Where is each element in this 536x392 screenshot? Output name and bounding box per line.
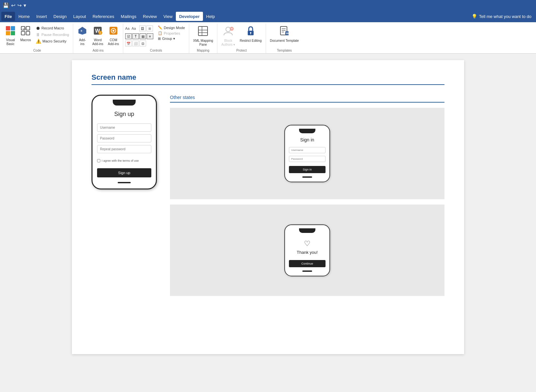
menu-references[interactable]: References bbox=[89, 12, 117, 21]
thankyou-heart-icon: ♡ bbox=[289, 239, 326, 248]
menu-developer[interactable]: Developer bbox=[176, 12, 203, 21]
svg-text:W: W bbox=[286, 32, 289, 35]
xml-mapping-pane-button[interactable]: XML MappingPane bbox=[191, 24, 215, 48]
signup-terms-label: I agree with the terms of use bbox=[102, 159, 139, 162]
continue-button[interactable]: Continue bbox=[289, 260, 326, 267]
add-ins-icon: + bbox=[77, 25, 88, 38]
menu-home[interactable]: Home bbox=[15, 12, 33, 21]
ribbon-group-controls-items: Aa Aa 🖼 ⊞ ☑ T ▤ ≡ 📅 ⬜ ⊡ bbox=[125, 24, 187, 48]
protect-group-label: Protect bbox=[219, 48, 264, 53]
xml-mapping-pane-label: XML MappingPane bbox=[193, 39, 213, 47]
ribbon: VisualBasic VB Macros bbox=[0, 22, 536, 54]
thankyou-phone-bottom-bar bbox=[302, 270, 312, 272]
properties-icon: 📋 bbox=[158, 31, 162, 35]
pause-recording-button[interactable]: ⏸ Pause Recording bbox=[34, 31, 71, 38]
thankyou-phone-mockup: ♡ Thank you! Continue bbox=[284, 224, 330, 276]
thankyou-title: Thank you! bbox=[289, 250, 326, 255]
date-control-btn[interactable]: 📅 bbox=[125, 41, 132, 46]
menu-help[interactable]: Help bbox=[203, 12, 218, 21]
com-add-ins-button[interactable]: COMAdd-ins bbox=[106, 24, 121, 47]
thankyou-phone-content: ♡ Thank you! Continue bbox=[288, 239, 327, 267]
block-control-btn[interactable]: ⬜ bbox=[132, 41, 139, 46]
list-control-btn[interactable]: ≡ bbox=[147, 33, 153, 39]
block-authors-button[interactable]: BlockAuthors ▾ bbox=[219, 24, 237, 48]
macro-security-button[interactable]: ⚠️ Macro Security bbox=[34, 38, 71, 44]
svg-rect-5 bbox=[26, 26, 30, 30]
restrict-editing-button[interactable]: Restrict Editing bbox=[238, 24, 263, 44]
document-template-label: Document Template bbox=[270, 39, 299, 43]
svg-text:VB: VB bbox=[23, 27, 26, 30]
menu-mailings[interactable]: Mailings bbox=[118, 12, 140, 21]
ribbon-group-addins: + Add-ins W + WordAdd-ins bbox=[73, 24, 123, 53]
macro-security-icon: ⚠️ bbox=[36, 39, 41, 44]
visual-basic-button[interactable]: VisualBasic bbox=[3, 24, 18, 47]
signin-phone-content: Sign in Sign in bbox=[288, 137, 327, 173]
block-authors-label: BlockAuthors ▾ bbox=[221, 39, 235, 47]
block-authors-icon bbox=[223, 25, 234, 38]
thankyou-phone-notch bbox=[299, 228, 315, 233]
image-control-btn[interactable]: 🖼 bbox=[139, 25, 146, 31]
menu-layout[interactable]: Layout bbox=[70, 12, 89, 21]
signin-phone-notch bbox=[299, 129, 315, 133]
document-template-button[interactable]: W Document Template bbox=[268, 24, 301, 44]
design-mode-label: Design Mode bbox=[164, 26, 185, 30]
add-ins-button[interactable]: + Add-ins bbox=[75, 24, 90, 47]
text-control-btn[interactable]: T bbox=[132, 33, 139, 39]
signin-username-input[interactable] bbox=[289, 147, 326, 153]
quick-access-dropdown[interactable]: ▾ bbox=[24, 2, 26, 8]
checkbox-control-btn[interactable]: ☑ bbox=[125, 33, 132, 39]
svg-rect-0 bbox=[6, 26, 10, 30]
redo-icon[interactable]: ↪ bbox=[17, 2, 22, 8]
signin-phone-title: Sign in bbox=[289, 137, 326, 142]
svg-rect-6 bbox=[21, 31, 25, 35]
title-bar-icons: 💾 ↩ ↪ ▾ bbox=[3, 2, 26, 8]
save-icon[interactable]: 💾 bbox=[3, 2, 9, 8]
undo-icon[interactable]: ↩ bbox=[11, 2, 15, 8]
svg-point-22 bbox=[226, 27, 230, 32]
design-mode-button[interactable]: ✏️ Design Mode bbox=[156, 25, 187, 30]
combo-control-btn[interactable]: ▤ bbox=[140, 33, 146, 39]
signup-phone-bottom-bar bbox=[118, 182, 131, 183]
menu-bar: File Home Insert Design Layout Reference… bbox=[0, 10, 536, 22]
macros-button[interactable]: VB Macros bbox=[18, 24, 33, 43]
record-macro-label: Record Macro bbox=[42, 26, 64, 30]
com-add-ins-label: COMAdd-ins bbox=[108, 38, 119, 46]
group-button[interactable]: ⊞ Group ▾ bbox=[156, 36, 187, 41]
word-add-ins-button[interactable]: W + WordAdd-ins bbox=[90, 24, 105, 47]
document-page: Screen name Sign up I agree with the ter… bbox=[72, 60, 464, 354]
title-bar: 💾 ↩ ↪ ▾ bbox=[0, 0, 536, 10]
signin-password-input[interactable] bbox=[289, 156, 326, 162]
svg-rect-3 bbox=[11, 31, 15, 35]
signup-username-input[interactable] bbox=[97, 123, 151, 132]
word-add-ins-icon: W + bbox=[92, 25, 103, 38]
design-mode-icon: ✏️ bbox=[158, 25, 162, 30]
visual-basic-icon bbox=[5, 25, 16, 38]
ribbon-group-templates: W Document Template Templates bbox=[266, 24, 303, 53]
properties-button[interactable]: 📋 Properties bbox=[156, 30, 187, 36]
word-add-ins-label: WordAdd-ins bbox=[92, 38, 103, 46]
signin-button[interactable]: Sign in bbox=[289, 166, 326, 173]
signup-terms-checkbox[interactable] bbox=[97, 159, 100, 162]
signup-repeat-password-input[interactable] bbox=[97, 145, 151, 153]
menu-design[interactable]: Design bbox=[50, 12, 70, 21]
menu-view[interactable]: View bbox=[160, 12, 176, 21]
ribbon-group-code-items: VisualBasic VB Macros bbox=[3, 24, 71, 48]
menu-file[interactable]: File bbox=[1, 12, 15, 21]
table-control-btn[interactable]: ⊞ bbox=[146, 25, 153, 31]
code-group-label: Code bbox=[3, 48, 71, 53]
record-macro-button[interactable]: ⏺ Record Macro bbox=[34, 25, 71, 31]
xml-mapping-icon bbox=[197, 25, 209, 38]
svg-point-26 bbox=[250, 32, 251, 33]
other-states-title: Other states bbox=[170, 95, 444, 103]
signup-password-input[interactable] bbox=[97, 134, 151, 142]
drop-control-btn[interactable]: ⊡ bbox=[140, 41, 146, 46]
signup-button[interactable]: Sign up bbox=[97, 168, 151, 177]
code-small-buttons: ⏺ Record Macro ⏸ Pause Recording ⚠️ Macr… bbox=[34, 24, 71, 45]
document-template-icon: W bbox=[279, 25, 290, 38]
macros-label: Macros bbox=[20, 38, 31, 42]
menu-insert[interactable]: Insert bbox=[33, 12, 50, 21]
menu-review[interactable]: Review bbox=[140, 12, 160, 21]
signin-state-card: Sign in Sign in bbox=[170, 108, 444, 199]
ribbon-group-templates-items: W Document Template bbox=[268, 24, 301, 48]
search-hint-text: Tell me what you want to do bbox=[479, 14, 531, 19]
